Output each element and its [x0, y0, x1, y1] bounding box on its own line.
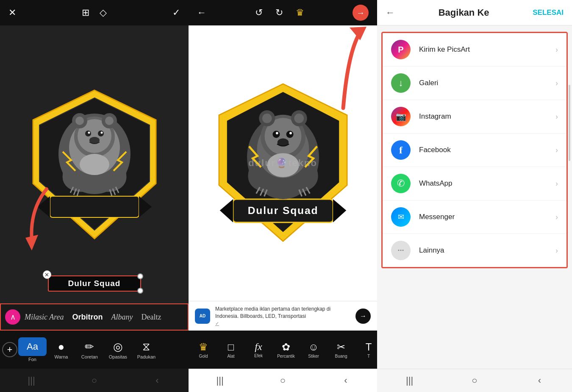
annotation-arrow-up: [314, 23, 369, 112]
font-item-albany[interactable]: Albany: [111, 313, 133, 322]
stiker-label: Stiker: [308, 354, 319, 359]
padukan-icon: ⧖: [142, 340, 150, 353]
font-item-milasic[interactable]: Milasic Area: [25, 313, 64, 322]
panel3-back-btn[interactable]: ‹: [529, 372, 550, 389]
tool-fon[interactable]: Aa Fon: [18, 337, 47, 362]
ad-icon: AD: [195, 309, 210, 324]
share-item-lainnya[interactable]: ··· Lainnya ›: [383, 234, 566, 267]
more-icon: T: [366, 341, 372, 353]
gold-label: Gold: [199, 354, 208, 359]
facebook-chevron: ›: [555, 146, 558, 155]
tool-stiker[interactable]: ☺ Stiker: [301, 341, 326, 359]
panel1-home-btn[interactable]: ○: [83, 372, 105, 389]
svg-marker-25: [333, 199, 346, 222]
panel3-title: Bagikan Ke: [439, 7, 489, 18]
alat-label: Alat: [227, 354, 234, 359]
layers-icon[interactable]: ⊞: [82, 7, 89, 18]
tool-coretan[interactable]: ✏ Coretan: [76, 340, 103, 359]
tool-more[interactable]: T T: [356, 341, 377, 359]
panel1-canvas: ✕ Dulur Squad: [0, 25, 189, 303]
share-list: P Kirim ke PicsArt › ↓ Galeri › 📷 Instag…: [381, 32, 568, 268]
add-button[interactable]: +: [2, 342, 17, 357]
instagram-label: Instagram: [419, 112, 555, 121]
resize-handle-tr[interactable]: [137, 273, 143, 279]
font-item-orbitron[interactable]: Orbitron: [72, 313, 103, 322]
panel3-menu-btn[interactable]: |||: [399, 372, 420, 389]
panel1-back-btn[interactable]: ‹: [147, 372, 168, 389]
scrollbar[interactable]: [569, 85, 570, 161]
svg-text:Dulur Squad: Dulur Squad: [247, 205, 318, 216]
tool-opasitas[interactable]: ◎ Opasitas: [104, 340, 132, 359]
panel2-back-btn[interactable]: ‹: [335, 372, 356, 389]
percantik-label: Percantik: [277, 354, 295, 359]
lainnya-chevron: ›: [555, 246, 558, 255]
svg-point-38: [289, 132, 292, 134]
tool-gold[interactable]: ♛ Gold: [191, 341, 216, 359]
font-item-dealtz[interactable]: Dealtz: [142, 313, 161, 322]
share-item-whatsapp[interactable]: ✆ WhatsApp ›: [383, 167, 566, 200]
ad-content: Marketplace media iklan pertama dan terl…: [215, 306, 350, 326]
svg-point-12: [105, 117, 114, 125]
messenger-chevron: ›: [555, 213, 558, 222]
panel1-bottom-toolbar: + Aa Fon ● Warna ✏ Coretan ◎ Opasitas ⧖ …: [0, 331, 189, 369]
selected-text: Dulur Squad: [68, 279, 121, 288]
svg-point-11: [75, 117, 84, 125]
svg-point-34: [294, 114, 304, 123]
tool-buang[interactable]: ✂ Buang: [328, 341, 354, 359]
delete-handle[interactable]: ✕: [43, 270, 51, 279]
panel2-menu-btn[interactable]: |||: [209, 372, 230, 389]
galeri-icon: ↓: [391, 73, 411, 93]
share-item-messenger[interactable]: ✉ Messenger ›: [383, 200, 566, 234]
eraser-icon[interactable]: ◇: [100, 7, 107, 18]
check-icon[interactable]: ✓: [172, 7, 180, 18]
panel1-bottom-nav: ||| ○ ‹: [0, 369, 189, 392]
efek-label: Efek: [254, 353, 263, 358]
coretan-label: Coretan: [81, 354, 98, 359]
share-item-instagram[interactable]: 📷 Instagram ›: [383, 100, 566, 133]
font-selector-bar: ∧ Milasic Area Orbitron Albany Dealtz: [0, 303, 189, 331]
tool-efek[interactable]: fx Efek: [246, 341, 271, 358]
ad-banner: AD Marketplace media iklan pertama dan t…: [189, 301, 377, 331]
text-selection-box[interactable]: ✕ Dulur Squad: [48, 275, 141, 292]
buang-icon: ✂: [337, 341, 345, 353]
crown-icon[interactable]: ♛: [296, 7, 304, 18]
panel3-home-btn[interactable]: ○: [464, 372, 485, 389]
tool-percantik[interactable]: ✿ Percantik: [273, 341, 299, 359]
panel2-back-icon[interactable]: ←: [197, 7, 206, 18]
ad-badge: ✓: [215, 321, 219, 326]
tool-padukan[interactable]: ⧖ Padukan: [133, 340, 160, 359]
padukan-label: Padukan: [137, 354, 155, 359]
share-item-galeri[interactable]: ↓ Galeri ›: [383, 67, 566, 100]
panel2-preview: ← ↺ ↻ ♛ → dulur🔮tekno Dulur Squad: [189, 0, 377, 392]
picsart-chevron: ›: [555, 45, 558, 54]
panel1-editor: ✕ ⊞ ◇ ✓: [0, 0, 189, 392]
warna-icon: ●: [58, 340, 65, 353]
panel2-home-btn[interactable]: ○: [272, 372, 293, 389]
font-up-button[interactable]: ∧: [5, 309, 20, 325]
svg-point-16: [100, 132, 103, 134]
undo-icon[interactable]: ↺: [255, 7, 263, 18]
panel1-toolbar: ✕ ⊞ ◇ ✓: [0, 0, 189, 25]
share-item-facebook[interactable]: f Facebook ›: [383, 133, 566, 167]
tool-warna[interactable]: ● Warna: [47, 340, 75, 359]
panel3-bottom-nav: ||| ○ ‹: [377, 369, 572, 392]
close-icon[interactable]: ✕: [8, 7, 16, 18]
resize-handle-br[interactable]: [137, 288, 143, 294]
gold-icon: ♛: [199, 341, 208, 353]
coretan-icon: ✏: [85, 340, 94, 353]
tool-alat[interactable]: □ Alat: [218, 341, 244, 359]
svg-point-33: [262, 114, 272, 123]
svg-marker-24: [219, 199, 233, 222]
efek-icon: fx: [255, 341, 262, 353]
panel3-back-button[interactable]: ←: [386, 7, 395, 18]
picsart-icon: P: [391, 40, 411, 59]
share-item-picsart[interactable]: P Kirim ke PicsArt ›: [383, 33, 566, 67]
lainnya-label: Lainnya: [419, 246, 555, 255]
stiker-icon: ☺: [308, 341, 319, 353]
svg-point-14: [98, 131, 104, 136]
forward-button[interactable]: →: [353, 5, 369, 21]
panel1-menu-btn[interactable]: |||: [21, 372, 42, 389]
ad-arrow-button[interactable]: →: [355, 309, 371, 324]
panel3-done-button[interactable]: SELESAI: [533, 8, 564, 17]
redo-icon[interactable]: ↻: [275, 7, 283, 18]
